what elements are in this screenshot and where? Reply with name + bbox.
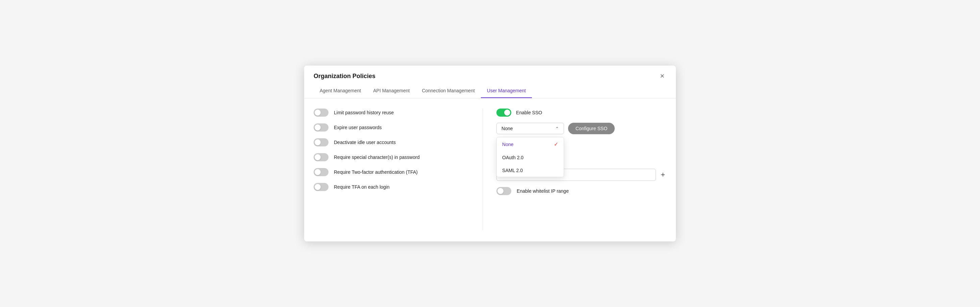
tab-agent-management[interactable]: Agent Management xyxy=(313,84,367,98)
toggle-row-require-tfa: Require Two-factor authentication (TFA) xyxy=(313,168,469,176)
configure-sso-button[interactable]: Configure SSO xyxy=(568,123,615,134)
modal-title: Organization Policies xyxy=(313,73,375,80)
toggle-require-tfa-login[interactable] xyxy=(313,183,328,191)
dropdown-item-none[interactable]: None ✓ xyxy=(497,137,564,151)
toggle-require-tfa-label: Require Two-factor authentication (TFA) xyxy=(334,169,418,175)
sso-dropdown-menu: None ✓ OAuth 2.0 SAML 2.0 xyxy=(496,137,564,177)
toggle-expire-passwords-label: Expire user passwords xyxy=(334,125,382,130)
close-button[interactable]: × xyxy=(658,72,667,81)
toggle-enable-sso-slider xyxy=(496,108,511,117)
dropdown-item-saml2-label: SAML 2.0 xyxy=(502,168,523,173)
toggle-row-require-tfa-login: Require TFA on each login xyxy=(313,183,469,191)
modal-header: Organization Policies × xyxy=(304,65,676,81)
toggle-require-tfa[interactable] xyxy=(313,168,328,176)
toggle-require-special-slider xyxy=(313,153,328,161)
toggle-row-deactivate-idle: Deactivate idle user accounts xyxy=(313,138,469,146)
toggle-deactivate-idle[interactable] xyxy=(313,138,328,146)
tab-user-management[interactable]: User Management xyxy=(481,84,532,98)
toggle-expire-passwords[interactable] xyxy=(313,123,328,132)
toggle-row-limit-password: Limit password history reuse xyxy=(313,108,469,117)
toggle-whitelist-ip[interactable] xyxy=(496,187,511,195)
organization-policies-modal: Organization Policies × Agent Management… xyxy=(304,65,676,242)
modal-body: Limit password history reuse Expire user… xyxy=(304,99,676,240)
toggle-whitelist-ip-slider xyxy=(496,187,511,195)
toggle-require-tfa-slider xyxy=(313,168,328,176)
dropdown-item-oauth2[interactable]: OAuth 2.0 xyxy=(497,151,564,164)
toggle-require-special-label: Require special character(s) in password xyxy=(334,154,420,160)
enable-sso-row: Enable SSO xyxy=(496,108,667,117)
dropdown-item-saml2[interactable]: SAML 2.0 xyxy=(497,164,564,177)
right-panel: Enable SSO None ⌃ Configure SSO None ✓ O… xyxy=(483,108,667,230)
tabs-container: Agent Management API Management Connecti… xyxy=(304,84,676,99)
tab-api-management[interactable]: API Management xyxy=(367,84,416,98)
toggle-row-expire-passwords: Expire user passwords xyxy=(313,123,469,132)
toggle-row-whitelist-ip: Enable whitelist IP range xyxy=(496,187,667,195)
tab-connection-management[interactable]: Connection Management xyxy=(416,84,480,98)
toggle-expire-passwords-slider xyxy=(313,123,328,132)
sso-type-dropdown[interactable]: None ⌃ xyxy=(496,123,564,134)
enable-sso-label: Enable SSO xyxy=(516,110,542,115)
sso-dropdown-row: None ⌃ Configure SSO None ✓ OAuth 2.0 SA… xyxy=(496,123,667,134)
toggle-deactivate-idle-slider xyxy=(313,138,328,146)
toggle-require-tfa-login-slider xyxy=(313,183,328,191)
toggle-require-special[interactable] xyxy=(313,153,328,161)
checkmark-icon: ✓ xyxy=(554,141,558,148)
toggle-limit-password[interactable] xyxy=(313,108,328,117)
toggle-whitelist-ip-label: Enable whitelist IP range xyxy=(517,188,569,194)
left-panel: Limit password history reuse Expire user… xyxy=(313,108,483,230)
add-domain-button[interactable]: + xyxy=(659,171,667,178)
toggle-require-tfa-login-label: Require TFA on each login xyxy=(334,184,390,190)
toggle-limit-password-label: Limit password history reuse xyxy=(334,110,394,115)
sso-dropdown-selected: None xyxy=(501,126,513,131)
chevron-up-icon: ⌃ xyxy=(555,126,559,131)
toggle-limit-password-slider xyxy=(313,108,328,117)
toggle-deactivate-idle-label: Deactivate idle user accounts xyxy=(334,140,396,145)
toggle-row-require-special: Require special character(s) in password xyxy=(313,153,469,161)
dropdown-item-oauth2-label: OAuth 2.0 xyxy=(502,155,523,160)
toggle-enable-sso[interactable] xyxy=(496,108,511,117)
dropdown-item-none-label: None xyxy=(502,142,513,147)
